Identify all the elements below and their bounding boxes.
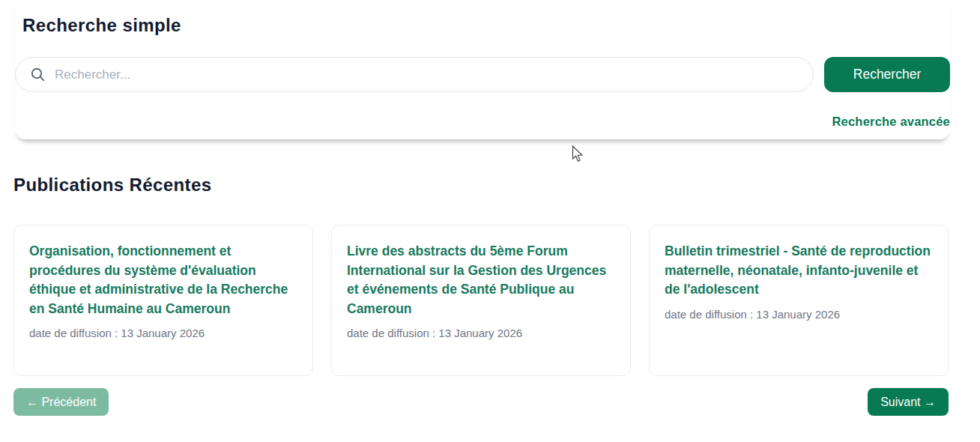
mouse-cursor-icon	[572, 145, 584, 163]
search-input[interactable]	[55, 67, 801, 82]
publications-title: Publications Récentes	[13, 174, 949, 196]
search-row: Rechercher	[15, 57, 950, 92]
page-title: Recherche simple	[22, 15, 950, 36]
publication-date: date de diffusion : 13 January 2026	[665, 308, 931, 321]
publication-card[interactable]: Bulletin trimestriel - Santé de reproduc…	[649, 225, 949, 376]
publications-section: Publications Récentes Organisation, fonc…	[13, 174, 949, 376]
search-icon	[31, 67, 45, 82]
advanced-search-row: Recherche avancée	[15, 114, 950, 130]
publication-card[interactable]: Livre des abstracts du 5ème Forum Intern…	[331, 225, 631, 376]
search-panel: Recherche simple Rechercher Recherche av…	[15, 0, 950, 139]
publication-date: date de diffusion : 13 January 2026	[347, 327, 614, 339]
publication-date: date de diffusion : 13 January 2026	[29, 327, 296, 339]
advanced-search-link[interactable]: Recherche avancée	[832, 115, 951, 128]
publication-title-link[interactable]: Livre des abstracts du 5ème Forum Intern…	[347, 242, 614, 318]
next-page-button[interactable]: Suivant →	[868, 388, 949, 416]
pagination: ← Précédent Suivant →	[13, 388, 949, 416]
publication-title-link[interactable]: Organisation, fonctionnement et procédur…	[29, 242, 296, 318]
previous-page-button[interactable]: ← Précédent	[13, 388, 109, 416]
publication-title-link[interactable]: Bulletin trimestriel - Santé de reproduc…	[665, 242, 931, 300]
publication-card[interactable]: Organisation, fonctionnement et procédur…	[13, 225, 313, 376]
search-input-container[interactable]	[15, 57, 814, 92]
publications-grid: Organisation, fonctionnement et procédur…	[13, 225, 949, 376]
search-button[interactable]: Rechercher	[824, 57, 950, 92]
